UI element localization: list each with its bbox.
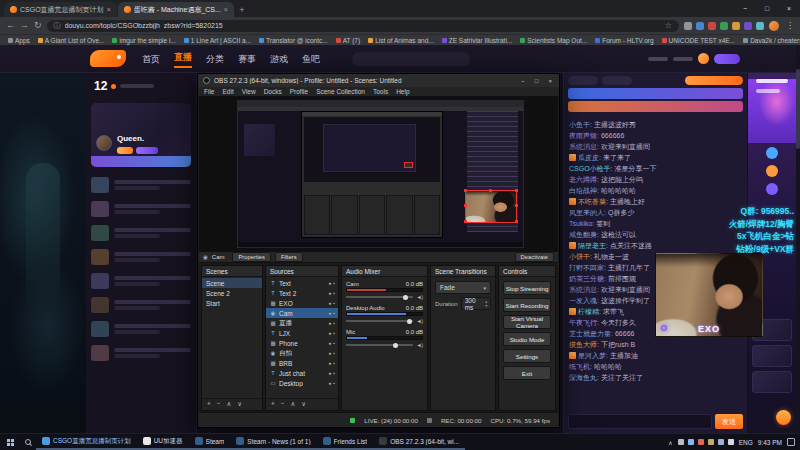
lock-icon[interactable]: ▪ <box>333 320 335 326</box>
source-item[interactable]: ◉ 自拍 ● ▪ <box>266 348 338 358</box>
speaker-icon[interactable]: ◄) <box>416 342 423 348</box>
lock-icon[interactable]: ▪ <box>333 370 335 376</box>
streamer-card[interactable]: Queen. <box>91 103 191 167</box>
bookmark-item[interactable]: Forum - HLTV.org <box>595 37 653 44</box>
chat-username[interactable]: CSGO小枪手: <box>569 165 613 172</box>
volume-slider[interactable]: ◄) <box>346 294 423 300</box>
bookmark-item[interactable]: Apps <box>8 37 30 44</box>
chat-username[interactable]: 星河入梦: <box>578 352 608 359</box>
room-list-item[interactable] <box>91 341 191 365</box>
notification-center-icon[interactable] <box>787 438 795 446</box>
bookmark-item[interactable]: A Giant List of Ove... <box>38 37 105 44</box>
control-button[interactable]: Start Virtual Camera <box>503 315 551 329</box>
room-list-item[interactable] <box>91 317 191 341</box>
back-icon[interactable]: ← <box>6 21 15 30</box>
menu-item[interactable]: Docks <box>264 88 282 95</box>
room-list-item[interactable] <box>91 173 191 197</box>
chat-tab[interactable] <box>568 76 598 85</box>
lock-icon[interactable]: ▪ <box>333 300 335 306</box>
scrollbar-thumb[interactable] <box>796 69 800 149</box>
speaker-icon[interactable]: ◄) <box>416 294 423 300</box>
source-action-button[interactable]: Properties <box>232 252 270 263</box>
bookmark-item[interactable]: imgur the simple i... <box>112 37 175 44</box>
nav-link[interactable]: 鱼吧 <box>302 53 320 66</box>
source-item[interactable]: ▭ Desktop ● ▪ <box>266 378 338 388</box>
dock-title[interactable]: Controls <box>499 266 555 277</box>
quick-action-icon[interactable] <box>766 147 778 159</box>
control-button[interactable]: Settings <box>503 349 551 363</box>
tray-icon[interactable] <box>728 439 734 445</box>
bookmark-star-icon[interactable]: ☆ <box>665 21 672 30</box>
chat-username[interactable]: 瓜皮皮: <box>578 154 601 161</box>
extension-icon[interactable] <box>756 22 764 30</box>
slider-knob[interactable] <box>407 319 412 324</box>
back-to-top-button[interactable] <box>776 410 791 425</box>
chat-tab[interactable] <box>602 76 632 85</box>
visibility-eye-icon[interactable]: ● <box>328 280 331 286</box>
user-avatar[interactable] <box>698 53 709 64</box>
source-item[interactable]: T Text 2 ● ▪ <box>266 288 338 298</box>
speaker-icon[interactable]: ◄) <box>416 318 423 324</box>
profile-avatar[interactable] <box>769 21 779 31</box>
chat-username[interactable]: 隔壁老王: <box>578 242 608 249</box>
tray-icon[interactable] <box>698 439 704 445</box>
url-input[interactable]: ⓘ douyu.com/topic/CSGObzzbjjh_zbsw?rid=5… <box>47 20 679 32</box>
tray-icon[interactable] <box>708 439 714 445</box>
bookmark-item[interactable]: 1 Line Art | ASCII a... <box>184 37 251 44</box>
vip-entry-button[interactable] <box>685 76 743 85</box>
chat-username[interactable]: 柠檬精: <box>578 308 601 315</box>
chat-username[interactable]: 芝士就是力量: <box>569 330 613 337</box>
visibility-eye-icon[interactable]: ● <box>328 360 331 366</box>
bookmark-item[interactable]: UNICODE TEST x4E... <box>662 37 736 44</box>
tray-icon[interactable] <box>718 439 724 445</box>
menu-item[interactable]: Scene Collection <box>316 88 365 95</box>
lock-icon[interactable]: ▪ <box>333 380 335 386</box>
bookmark-item[interactable]: Translator @ icontc... <box>259 37 328 44</box>
site-search-input[interactable] <box>352 52 470 66</box>
header-action-button[interactable] <box>714 54 740 64</box>
maximize-icon[interactable]: □ <box>756 0 778 16</box>
extension-icon[interactable] <box>720 22 728 30</box>
new-tab-button[interactable]: + <box>235 3 249 17</box>
taskbar-app-button[interactable]: Friends List <box>317 434 374 450</box>
visibility-eye-icon[interactable]: ● <box>328 310 331 316</box>
activity-banner[interactable] <box>568 101 743 112</box>
chat-username[interactable]: 咸鱼翻身: <box>569 231 599 238</box>
banner-thumb[interactable] <box>752 371 792 393</box>
visibility-eye-icon[interactable]: ● <box>328 330 331 336</box>
chat-username[interactable]: 奶茶三分糖: <box>569 275 606 282</box>
browser-tab[interactable]: CSGO直播荒息播制页计划 × <box>4 2 117 17</box>
tray-icon[interactable] <box>688 439 694 445</box>
transition-select[interactable]: Fade ▾ <box>435 281 491 294</box>
language-indicator[interactable]: ENG <box>739 439 753 446</box>
visibility-eye-icon[interactable]: ● <box>328 370 331 376</box>
source-item[interactable]: T Text ● ▪ <box>266 278 338 288</box>
chat-username[interactable]: 系统消息: <box>569 143 599 150</box>
obs-preview[interactable] <box>199 97 558 251</box>
lock-icon[interactable]: ▪ <box>333 330 335 336</box>
source-item[interactable]: ▦ Phone ● ▪ <box>266 338 338 348</box>
lock-icon[interactable]: ▪ <box>333 310 335 316</box>
chat-username[interactable]: 深海鱼丸: <box>569 374 599 381</box>
visibility-eye-icon[interactable]: ● <box>328 340 331 346</box>
chat-text-input[interactable] <box>568 414 712 429</box>
scene-item[interactable]: Start <box>202 298 262 308</box>
toolbar-icon[interactable]: − <box>281 401 285 408</box>
chat-username[interactable]: 打野不回家: <box>569 264 606 271</box>
volume-slider[interactable]: ◄) <box>346 318 423 324</box>
visibility-eye-icon[interactable]: ● <box>328 350 331 356</box>
chat-username[interactable]: 小鱼干: <box>569 121 592 128</box>
toolbar-icon[interactable]: ∧ <box>291 401 296 408</box>
chat-username[interactable]: 系统消息: <box>569 286 599 293</box>
lock-icon[interactable]: ▪ <box>333 340 335 346</box>
control-button[interactable]: Exit <box>503 366 551 380</box>
volume-slider[interactable]: ◄) <box>346 342 423 348</box>
source-action-button[interactable]: Filters <box>275 252 303 263</box>
nav-link[interactable]: 直播 <box>174 51 192 68</box>
site-info-icon[interactable]: ⓘ <box>54 21 61 31</box>
nav-link[interactable]: 赛事 <box>238 53 256 66</box>
tray-icon[interactable] <box>678 439 684 445</box>
nav-link[interactable]: 游戏 <box>270 53 288 66</box>
menu-item[interactable]: View <box>242 88 256 95</box>
toolbar-icon[interactable]: ∨ <box>237 401 242 408</box>
